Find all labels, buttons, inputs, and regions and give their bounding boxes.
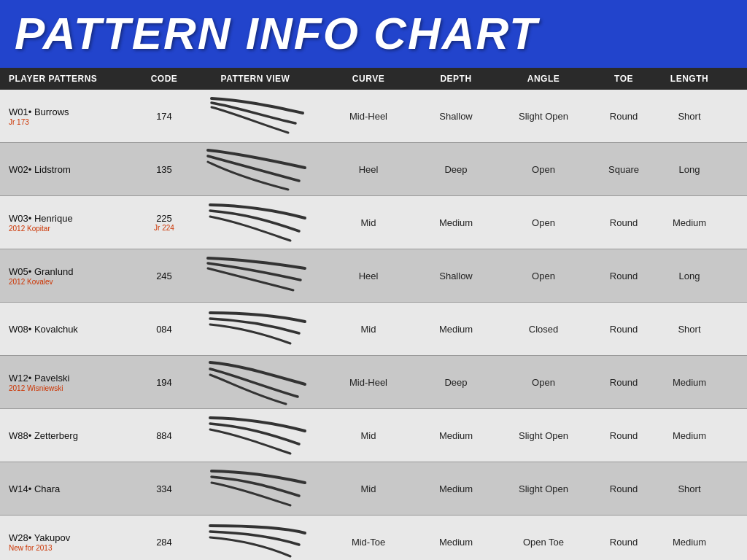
table-row: W14• Chara334 MidMediumSlight OpenRoundS… [0,462,747,516]
length-cell: Medium [657,534,722,551]
curve-cell: Mid-Toe [321,534,416,551]
toe-cell: Round [591,108,657,125]
code-cell: 225Jr 224 [139,213,190,232]
player-main-name: W12• Pavelski [9,373,134,384]
toe-cell: Round [591,534,657,551]
player-name-cell: W03• Henrique2012 Kopitar [0,210,139,236]
toe-cell: Round [591,481,657,497]
player-main-name: W08• Kovalchuk [9,324,134,335]
depth-cell: Medium [416,321,496,338]
curve-cell: Heel [321,268,416,284]
stick-pattern-cell [190,249,321,302]
player-main-name: W03• Henrique [9,213,134,224]
depth-cell: Medium [416,534,496,551]
length-cell: Short [657,481,722,497]
player-sub-name: Jr 173 [9,118,134,126]
table-row: W88• Zetterberg884 MidMediumSlight OpenR… [0,409,747,462]
player-name-cell: W88• Zetterberg [0,427,139,444]
length-cell: Long [657,268,722,284]
player-name-cell: W28• YakupovNew for 2013 [0,529,139,555]
code-main: 284 [142,537,187,548]
code-cell: 284 [139,537,190,548]
angle-cell: Slight Open [496,481,591,497]
player-name-cell: W05• Granlund2012 Kovalev [0,263,139,289]
stick-pattern-cell [190,303,321,355]
angle-cell: Open Toe [496,534,591,551]
length-cell: Long [657,161,722,178]
code-main: 084 [142,324,187,335]
stick-pattern-cell [190,143,321,195]
table-row: W08• Kovalchuk084 MidMediumClosedRoundSh… [0,303,747,356]
col-curve: CURVE [321,72,416,85]
toe-cell: Round [591,374,657,391]
toe-cell: Square [591,161,657,178]
angle-cell: Open [496,374,591,391]
player-name-cell: W12• Pavelski2012 Wisniewski [0,370,139,395]
player-name-cell: W01• BurrowsJr 173 [0,104,139,129]
code-cell: 245 [139,271,190,281]
table-row: W03• Henrique2012 Kopitar225Jr 224 MidMe… [0,196,747,249]
curve-cell: Mid [321,427,416,444]
toe-cell: Round [591,321,657,338]
depth-cell: Deep [416,161,496,178]
player-sub-name: 2012 Kopitar [9,225,134,233]
depth-cell: Medium [416,427,496,444]
angle-cell: Open [496,268,591,284]
toe-cell: Round [591,427,657,444]
toe-cell: Round [591,214,657,231]
table-row: W12• Pavelski2012 Wisniewski194 Mid-Heel… [0,356,747,409]
player-sub-name: 2012 Kovalev [9,278,134,286]
angle-cell: Closed [496,321,591,338]
stick-pattern-cell [190,196,321,249]
player-main-name: W88• Zetterberg [9,430,134,441]
code-main: 225 [142,213,187,224]
code-cell: 174 [139,111,190,122]
code-main: 245 [142,271,187,281]
code-cell: 194 [139,377,190,388]
player-name-cell: W08• Kovalchuk [0,321,139,338]
length-cell: Medium [657,214,722,231]
table-row: W28• YakupovNew for 2013284 Mid-ToeMediu… [0,516,747,560]
curve-cell: Mid-Heel [321,374,416,391]
stick-pattern-cell [190,356,321,408]
curve-cell: Mid [321,214,416,231]
player-main-name: W05• Granlund [9,266,134,277]
code-main: 334 [142,483,187,494]
stick-pattern-cell [190,409,321,462]
curve-cell: Mid [321,321,416,338]
length-cell: Short [657,321,722,338]
depth-cell: Shallow [416,108,496,125]
code-cell: 334 [139,483,190,494]
curve-cell: Mid-Heel [321,108,416,125]
col-depth: DEPTH [416,72,496,85]
depth-cell: Medium [416,481,496,497]
table-row: W05• Granlund2012 Kovalev245 HeelShallow… [0,249,747,303]
length-cell: Medium [657,427,722,444]
header: PATTERN INFO CHART [0,0,747,68]
angle-cell: Open [496,214,591,231]
player-name-cell: W02• Lidstrom [0,161,139,178]
depth-cell: Shallow [416,268,496,284]
stick-pattern-cell [190,90,321,142]
length-cell: Medium [657,374,722,391]
player-sub-name: New for 2013 [9,544,134,552]
code-main: 884 [142,430,187,441]
length-cell: Short [657,108,722,125]
table-body: W01• BurrowsJr 173174 Mid-HeelShallowSli… [0,90,747,560]
angle-cell: Slight Open [496,108,591,125]
angle-cell: Slight Open [496,427,591,444]
code-cell: 884 [139,430,190,441]
player-main-name: W28• Yakupov [9,532,134,543]
player-main-name: W14• Chara [9,483,134,494]
depth-cell: Deep [416,374,496,391]
code-main: 174 [142,111,187,122]
col-toe: TOE [591,72,657,85]
page-title: PATTERN INFO CHART [15,7,538,59]
curve-cell: Heel [321,161,416,178]
code-cell: 084 [139,324,190,335]
col-length: LENGTH [657,72,722,85]
col-pattern: PATTERN VIEW [190,72,321,85]
column-headers: PLAYER PATTERNS CODE PATTERN VIEW CURVE … [0,68,747,90]
player-main-name: W01• Burrows [9,106,134,117]
table-row: W02• Lidstrom135 HeelDeepOpenSquareLong [0,143,747,196]
